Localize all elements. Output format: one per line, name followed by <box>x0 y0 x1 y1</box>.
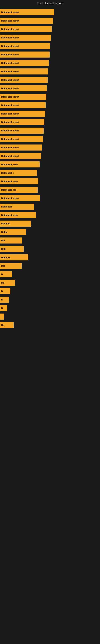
bar-row: Bottleneck result <box>0 144 100 151</box>
bar-row: Bottle <box>0 228 100 236</box>
bar-row: Bottleneck result <box>0 42 100 50</box>
bottleneck-bar: Bottleneck result <box>0 128 44 134</box>
bar-label: Bo <box>1 282 4 284</box>
bottleneck-bar <box>0 314 4 320</box>
bottleneck-bar: Bottleneck resu <box>0 212 36 218</box>
bar-row: Bottleneck r <box>0 169 100 177</box>
bottleneck-bar: Bot <box>0 263 22 269</box>
bottleneck-bar: Bottleneck result <box>0 153 41 159</box>
bar-row: Bot <box>0 262 100 270</box>
bar-row: Bottleneck resu <box>0 160 100 168</box>
bottleneck-bar: Bottleneck result <box>0 34 51 41</box>
bottleneck-bar: Bottleneck result <box>0 68 48 74</box>
bar-row <box>0 313 100 320</box>
bar-label: Bot <box>1 265 5 267</box>
bar-label: Bottleneck resu <box>1 180 18 182</box>
bar-row: Bottlene <box>0 220 100 228</box>
bottleneck-bar: Bottleneck result <box>0 85 47 91</box>
bar-row: Bottl <box>0 245 100 253</box>
bar-row: B <box>0 304 100 312</box>
bar-row: Bottleneck result <box>0 8 100 16</box>
bottleneck-bar: Bottleneck res <box>0 187 38 193</box>
bar-label: Bottleneck result <box>1 79 19 81</box>
bar-label: B <box>1 298 3 301</box>
bar-label: Bottleneck result <box>1 87 19 90</box>
bottleneck-bar: Bo <box>0 322 14 328</box>
bar-row: B <box>0 296 100 304</box>
bar-label: B <box>1 290 3 292</box>
bar-label: Bottle <box>1 231 7 233</box>
bottleneck-bar: B <box>0 297 9 303</box>
bar-row: Bo <box>0 279 100 286</box>
bottleneck-bar: Bottlene <box>0 220 31 226</box>
bottleneck-bar: Bottleneck result <box>0 111 45 117</box>
bar-row: Bottleneck result <box>0 118 100 126</box>
bottleneck-bar: Bottleneck resu <box>0 162 40 168</box>
bar-label: B <box>1 273 3 276</box>
bar-label: Bottlene <box>1 222 10 225</box>
bar-label: Bottleneck result <box>1 138 19 140</box>
bar-label: Bottleneck result <box>1 28 19 30</box>
bar-row: Bottleneck result <box>0 84 100 92</box>
bottleneck-bar: Bottleneck result <box>0 77 48 83</box>
bar-label: Bottleneck resu <box>1 214 18 216</box>
bar-row: Bottleneck result <box>0 68 100 75</box>
bar-label: Bottleneck resu <box>1 163 18 166</box>
bottleneck-bar: Bottleneck result <box>0 102 46 108</box>
bar-row: Bottleneck resu <box>0 178 100 185</box>
bottleneck-bar: Bottleneck result <box>0 119 44 125</box>
bar-label: B <box>1 307 3 309</box>
bar-row: Bottleneck result <box>0 59 100 67</box>
bar-row: Bottleneck result <box>0 93 100 100</box>
bar-row: Bottleneck result <box>0 17 100 24</box>
bottleneck-bar: Bottleneck result <box>0 144 42 150</box>
bar-row: Bottleneck <box>0 203 100 210</box>
bottleneck-bar: B <box>0 305 7 311</box>
bottleneck-bar: Bottleneck result <box>0 195 40 201</box>
bar-label: Bottleneck result <box>1 130 19 132</box>
bar-label: Bot <box>1 239 5 242</box>
bar-row: Bottleneck result <box>0 194 100 202</box>
bar-row: Bottleneck result <box>0 76 100 84</box>
bar-label: Bottleneck result <box>1 45 19 47</box>
bar-label: Bottleneck result <box>1 36 19 39</box>
bottleneck-bar: B <box>0 271 12 277</box>
bar-label: Bottleneck result <box>1 155 19 157</box>
bottleneck-bar: Bottleneck <box>0 204 34 210</box>
bar-row: Bottleneck result <box>0 152 100 160</box>
bar-label: Bottl <box>1 248 6 250</box>
bar-row: Bottleneck result <box>0 135 100 143</box>
bottleneck-bar: Bottleneck result <box>0 18 53 24</box>
bar-label: Bottleneck result <box>1 146 19 149</box>
bottleneck-bar: Bottleneck result <box>0 52 50 58</box>
bar-row: Bot <box>0 237 100 244</box>
bottleneck-bar: Bottleneck resu <box>0 178 38 184</box>
bar-row: Bottleneck result <box>0 51 100 58</box>
bar-label: Bottleneck result <box>1 11 19 14</box>
bottleneck-bar: B <box>0 288 10 294</box>
bar-label: Bottleneck result <box>1 53 19 56</box>
bar-label: Bottleneck result <box>1 20 19 22</box>
bar-row: Bottleneck result <box>0 110 100 118</box>
bottleneck-bar: Bottleneck result <box>0 60 49 66</box>
bar-label: Bottleneck result <box>1 62 19 64</box>
bar-row: Bottleneck result <box>0 34 100 42</box>
bar-row: B <box>0 270 100 278</box>
bottleneck-bar: Bottleneck result <box>0 43 50 49</box>
bars-container: Bottleneck resultBottleneck resultBottle… <box>0 6 100 332</box>
bottleneck-bar: Bo <box>0 280 15 286</box>
bottleneck-bar: Bottl <box>0 246 24 252</box>
bottleneck-bar: Bottleneck result <box>0 136 43 142</box>
bottleneck-bar: Bottleneck result <box>0 26 51 32</box>
bar-label: Bo <box>1 324 4 326</box>
bar-row: Bottleneck result <box>0 127 100 134</box>
bar-row: Bo <box>0 321 100 329</box>
bar-row: Bottleneck result <box>0 102 100 109</box>
bottleneck-bar: Bottleneck result <box>0 9 54 15</box>
bar-row: Bottleneck resu <box>0 211 100 219</box>
bottleneck-bar: Bottle <box>0 229 26 235</box>
site-title: TheBottlenecker.com <box>0 0 100 6</box>
bar-row: B <box>0 288 100 295</box>
bar-row: Bottlene <box>0 254 100 261</box>
bar-label: Bottleneck <box>1 206 12 208</box>
